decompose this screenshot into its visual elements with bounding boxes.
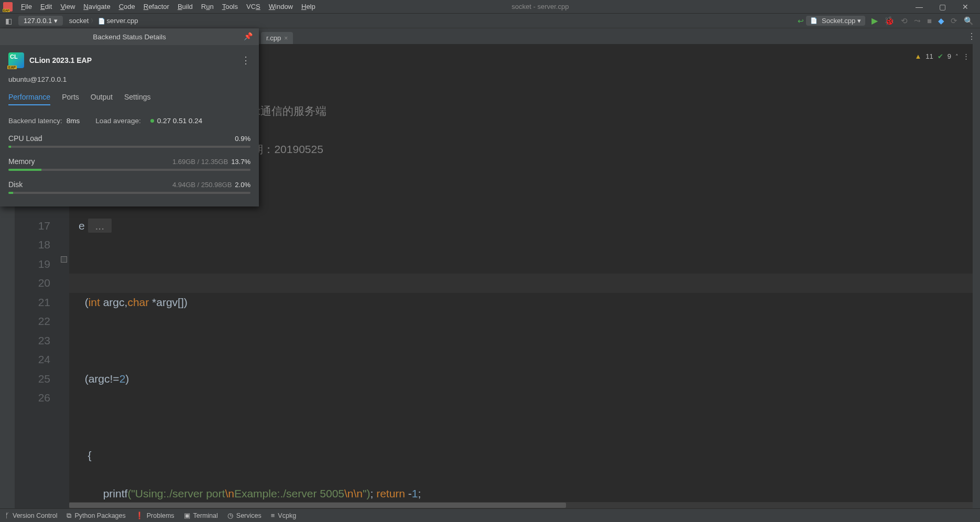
popup-title: Backend Status Details [93, 33, 166, 41]
app-icon [3, 2, 13, 12]
popup-tabs: Performance Ports Output Settings [8, 93, 251, 105]
horizontal-scrollbar[interactable] [69, 502, 973, 508]
breadcrumb-file-label: server.cpp [106, 17, 138, 25]
debug-button[interactable]: 🐞 [881, 16, 898, 26]
fold-toggle-icon[interactable] [61, 256, 67, 263]
folded-region[interactable]: ... [88, 219, 112, 233]
backend-product-name: CLion 2023.1 EAP [29, 56, 92, 64]
popup-header: Backend Status Details 📌 [0, 28, 259, 45]
metric-cpu: CPU Load 0.9% [8, 134, 251, 148]
metric-value: 0.9% [235, 135, 251, 143]
window-close-button[interactable]: ✕ [954, 3, 977, 11]
sync-icon[interactable]: ↩ [796, 17, 806, 25]
window-title: socket - server.cpp [173, 3, 908, 10]
package-icon: ⧉ [67, 512, 71, 520]
backend-brand-row: CLion 2023.1 EAP ⋮ [8, 52, 251, 68]
close-tab-icon[interactable]: × [284, 35, 288, 42]
scrollbar-thumb[interactable] [69, 503, 566, 508]
cpp-file-icon: 📄 [98, 18, 105, 24]
branch-icon: ᚶ [5, 512, 9, 519]
latency-row: Backend latency: 8ms Load average: 0.27 … [8, 117, 251, 125]
problems-icon: ❗ [135, 512, 144, 519]
profile-button[interactable]: ⤳ [911, 16, 924, 26]
toolwin-vcpkg[interactable]: ≡Vcpkg [271, 512, 296, 519]
popup-more-icon[interactable]: ⋮ [241, 55, 251, 66]
toolwin-version-control[interactable]: ᚶVersion Control [5, 512, 57, 519]
popup-tab-output[interactable]: Output [91, 93, 113, 105]
code-with-me-icon[interactable]: ◆ [935, 16, 948, 26]
stop-button[interactable]: ■ [924, 16, 935, 25]
right-tool-stripe[interactable] [973, 28, 980, 508]
chevron-up-icon[interactable]: ˄ [955, 47, 959, 67]
menu-file[interactable]: File [17, 3, 36, 10]
coverage-button[interactable]: ⟲ [898, 16, 911, 26]
editor-tab-server[interactable]: r.cpp × [261, 32, 293, 44]
toolwin-problems[interactable]: ❗Problems [135, 512, 175, 519]
pin-icon[interactable]: 📌 [244, 32, 253, 40]
menu-view[interactable]: View [56, 3, 79, 10]
breadcrumb-separator: 〉 [91, 17, 96, 25]
navigation-toolbar: ◧ 127.0.0.1 ▾ socket 〉 📄server.cpp ↩ 📄So… [0, 14, 980, 28]
services-icon: ◷ [227, 512, 233, 519]
window-maximize-button[interactable]: ▢ [931, 3, 954, 11]
clion-logo-icon [8, 52, 24, 68]
backend-host: ubuntu@127.0.0.1 [8, 75, 251, 83]
metric-label: CPU Load [8, 134, 42, 143]
menu-edit[interactable]: Edit [36, 3, 56, 10]
toolwin-terminal[interactable]: ▣Terminal [184, 512, 218, 519]
vcpkg-icon: ≡ [271, 512, 275, 519]
weak-warning-count: 9 [948, 47, 951, 67]
toolwin-python-packages[interactable]: ⧉Python Packages [67, 512, 125, 520]
weak-warning-icon: ✔ [938, 47, 943, 67]
current-line-highlight [69, 274, 980, 293]
editor-tab-label: r.cpp [266, 34, 281, 42]
load-label: Load average: [95, 117, 140, 125]
breadcrumb-project[interactable]: socket [67, 17, 91, 25]
update-button[interactable]: ⟳ [948, 16, 961, 26]
run-button[interactable]: ▶ [868, 16, 881, 26]
run-config-selector[interactable]: 📄Socket.cpp ▾ [806, 16, 865, 26]
menu-navigate[interactable]: Navigate [79, 3, 114, 10]
search-everywhere-button[interactable]: 🔍 [961, 16, 977, 26]
popup-tab-ports[interactable]: Ports [62, 93, 79, 105]
inspection-more-icon[interactable]: ⋮ [963, 47, 970, 67]
metric-bar [8, 146, 251, 148]
warning-icon: ▲ [914, 47, 921, 67]
main-menu-bar: File Edit View Navigate Code Refactor Bu… [0, 0, 980, 14]
metric-memory: Memory 1.69GB / 12.35GB13.7% [8, 157, 251, 171]
popup-tab-settings[interactable]: Settings [124, 93, 151, 105]
metric-disk: Disk 4.94GB / 250.98GB2.0% [8, 180, 251, 194]
toolwin-services[interactable]: ◷Services [227, 512, 262, 519]
inspection-summary[interactable]: ▲11 ✔9 ˄ ⋮ [914, 47, 970, 67]
cpp-run-icon: 📄 [810, 17, 818, 24]
run-config-label: Socket.cpp ▾ [822, 17, 861, 25]
popup-tab-performance[interactable]: Performance [8, 93, 50, 105]
project-toggle-icon[interactable]: ◧ [3, 17, 14, 25]
breadcrumb-file[interactable]: 📄server.cpp [96, 17, 140, 25]
status-dot-icon [150, 119, 154, 123]
terminal-icon: ▣ [184, 512, 190, 519]
latency-label: Backend latency: [8, 117, 62, 125]
backend-status-popup: Backend Status Details 📌 CLion 2023.1 EA… [0, 28, 259, 206]
menu-code[interactable]: Code [115, 3, 139, 10]
load-values: 0.27 0.51 0.24 [157, 117, 202, 125]
remote-host-selector[interactable]: 127.0.0.1 ▾ [18, 16, 63, 26]
latency-value: 8ms [67, 117, 80, 125]
bottom-tool-bar: ᚶVersion Control ⧉Python Packages ❗Probl… [0, 508, 980, 522]
warning-count: 11 [925, 47, 933, 67]
menu-refactor[interactable]: Refactor [139, 3, 173, 10]
window-minimize-button[interactable]: — [908, 3, 931, 11]
